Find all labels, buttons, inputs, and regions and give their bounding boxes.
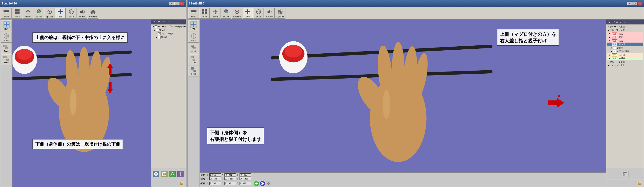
move-btn-2[interactable]: move — [210, 8, 220, 18]
close-btn-1[interactable]: ✕ — [180, 2, 184, 6]
expand-icon-0-0[interactable]: ▼ — [152, 26, 154, 28]
work-btn-2[interactable]: work — [199, 8, 210, 18]
tree-btn-2[interactable]: Tree — [188, 54, 199, 65]
tree2-item-6[interactable]: ▶ 指示棒 — [607, 46, 643, 50]
rot-y-field[interactable]: 223.817 — [224, 177, 236, 180]
ws-icon-4[interactable] — [178, 171, 184, 177]
add-point2-btn-1[interactable]: 追加点 — [1, 32, 12, 42]
tree-item-0-0[interactable]: ▼ ハニーサンプルキャラクター① — [152, 25, 185, 28]
sc-z-field[interactable]: 0.550 — [240, 182, 251, 185]
folder-btn-2[interactable] — [637, 181, 642, 186]
expand-icon-0-3[interactable]: ▶ — [155, 36, 158, 38]
tree2-expand-5[interactable]: ▼ — [609, 43, 611, 46]
nav-btn-2[interactable]: 追加点 — [188, 32, 199, 42]
tree2-cb-6[interactable] — [613, 46, 616, 50]
add-point-btn-1[interactable]: MAP — [1, 20, 12, 31]
svg-point-93 — [285, 45, 302, 58]
tree2-expand-1[interactable]: ▼ — [607, 29, 610, 32]
left-sidebar-1: MAP 追加点 Tree — [0, 20, 12, 187]
sc-x-field[interactable]: 0.550 — [210, 182, 221, 185]
workspace-tree-1[interactable]: ▼ ハニーサンプルキャラクター① ▼ 指示棒 ▶ マグロの握り — [151, 24, 186, 168]
pos-x-field[interactable]: 0.011 — [210, 173, 221, 177]
transform-position-row: 位置 X 0.011 Y -0.021 Z -0.060 — [200, 173, 606, 177]
grid-btn[interactable] — [266, 181, 271, 186]
maximize-btn-2[interactable]: □ — [632, 2, 637, 6]
viewport-2[interactable]: 上側（マグロ付きの方）を 右人差し指と親子付け 下側（身体側）を 右薬指と親子付… — [200, 20, 606, 187]
checkbox-0-0[interactable] — [154, 26, 158, 28]
tree2-expand-6[interactable]: ▶ — [610, 47, 613, 49]
tree2-item-10[interactable]: ▶ グループ：足親 — [607, 60, 643, 64]
ws-icon-2[interactable] — [161, 171, 168, 177]
color-btn-1[interactable]: color — [34, 8, 44, 18]
tree-item-0-1[interactable]: ▼ 指示棒 — [152, 28, 185, 32]
option-btn-1[interactable]: option — [44, 8, 55, 18]
workspace-close-2[interactable]: ✕ — [641, 20, 642, 24]
tree-btn-1[interactable]: Tree — [1, 43, 12, 54]
move-label-2: move — [213, 16, 218, 18]
reset-btn[interactable] — [260, 181, 265, 186]
pos-y-field[interactable]: -0.021 — [224, 173, 236, 177]
tree2-cb-7[interactable] — [613, 50, 616, 53]
viewport-1[interactable]: 上側の箸は、親指の下・中指の上に入る様に 下側（身体側）の箸は、親指付け根の下側 — [12, 20, 151, 187]
tree2-item-7[interactable]: ▶ マグロの握り — [607, 50, 643, 53]
pos-z-field[interactable]: -0.060 — [240, 173, 251, 177]
tree-item-0-3[interactable]: ▶ 指示棒 — [152, 36, 185, 39]
confirm-btn[interactable] — [254, 181, 259, 186]
rot-z-field[interactable]: 267.401 — [240, 177, 251, 180]
checkbox-0-3[interactable] — [158, 36, 161, 39]
menu-btn-2[interactable]: menu — [188, 8, 199, 18]
tree2-expand-0[interactable]: ▶ — [607, 26, 610, 28]
tree-item-0-2[interactable]: ▶ マグロの握り — [152, 32, 185, 36]
tree2-expand-8[interactable]: ▶ — [609, 54, 611, 56]
tree2-expand-9[interactable]: ▶ — [609, 58, 611, 60]
workspace-close-1[interactable]: ✕ — [182, 20, 184, 24]
tree2-item-0[interactable]: ▶ グループ：足親 — [607, 25, 643, 28]
tree2-expand-10[interactable]: ▶ — [607, 61, 610, 63]
free-btn-2[interactable]: Free — [188, 66, 199, 76]
menu-btn-1[interactable]: menu — [1, 8, 12, 18]
add-btn-1[interactable]: add — [55, 8, 66, 18]
free-btn-1[interactable]: Free — [1, 54, 12, 65]
tree2-item-9[interactable]: ▶ 右薬 ：右薬指 — [607, 57, 643, 60]
sc-y-field[interactable]: 0.290 — [224, 182, 236, 185]
sound-btn-1[interactable]: sound — [77, 8, 87, 18]
expand-icon-0-2[interactable]: ▶ — [155, 33, 158, 35]
tree2-item-3[interactable]: ▶ 右足 ：右足 — [607, 36, 643, 39]
minimize-btn-2[interactable]: ─ — [627, 2, 632, 6]
system-btn-1[interactable]: system — [88, 8, 98, 18]
tree2-item-5[interactable]: ▼ 人差 ：右人差し — [607, 42, 643, 46]
expand-icon-0-1[interactable]: ▼ — [154, 29, 156, 32]
ws-icon-1[interactable] — [153, 171, 159, 177]
tree2-expand-4[interactable]: ▶ — [609, 40, 611, 42]
tree2-item-4[interactable]: ▶ 右足 ：右足 — [607, 39, 643, 42]
rot-x-field[interactable]: 28.103 — [210, 177, 221, 180]
sound-btn-2[interactable]: sound — [264, 8, 274, 18]
tree2-expand-11[interactable]: ▶ — [607, 64, 610, 67]
folder-btn-1[interactable] — [178, 181, 184, 186]
checkbox-0-2[interactable] — [158, 32, 161, 35]
work-btn-1[interactable]: work — [12, 8, 22, 18]
ws-icon-3[interactable] — [169, 171, 176, 177]
tree2-item-8[interactable]: ▶ 右中 ：右中指 — [607, 53, 643, 57]
system-btn-2[interactable]: system — [275, 8, 286, 18]
maximize-btn-1[interactable]: □ — [174, 2, 179, 6]
add-btn-2[interactable]: add — [242, 8, 253, 18]
workspace-tree-2[interactable]: ▶ グループ：足親 ▼ グループ：足親 ▶ 右足 ：右足 ▶ 右足 ：右足 — [606, 24, 644, 168]
tree2-item-1[interactable]: ▼ グループ：足親 — [607, 28, 643, 32]
trash-btn-2[interactable] — [622, 171, 628, 177]
tree2-expand-3[interactable]: ▶ — [609, 36, 611, 38]
anim-btn-2[interactable]: anim — [254, 8, 264, 18]
op-btn-2[interactable]: 操作棒 — [188, 43, 199, 54]
tree2-item-11[interactable]: ▶ グループ：右足 — [607, 64, 643, 67]
checkbox-0-1[interactable] — [156, 29, 159, 32]
anim-btn-1[interactable]: anim — [66, 8, 76, 18]
map-btn-2[interactable]: MAP — [188, 20, 199, 31]
option-btn-2[interactable]: option — [232, 8, 242, 18]
tree2-item-2[interactable]: ▶ 右足 ：右足 — [607, 32, 643, 36]
minimize-btn-1[interactable]: ─ — [169, 2, 174, 6]
close-btn-2[interactable]: ✕ — [638, 2, 642, 6]
move-btn-1[interactable]: move — [23, 8, 33, 18]
tree2-expand-7[interactable]: ▶ — [610, 50, 613, 53]
color-btn-2[interactable]: color — [221, 8, 231, 18]
tree2-expand-2[interactable]: ▶ — [609, 33, 611, 35]
